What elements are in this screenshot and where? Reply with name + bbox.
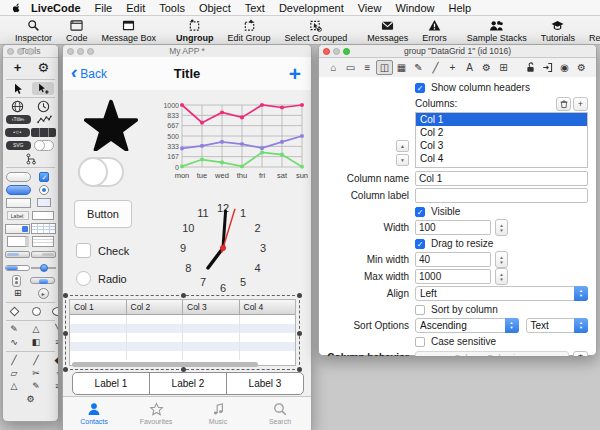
- stepper-tool-icon[interactable]: [6, 274, 28, 287]
- gradient-tool-icon[interactable]: ◆: [47, 354, 58, 367]
- lock-open-icon[interactable]: [522, 60, 539, 75]
- grid-column-header-col-3[interactable]: Col 3: [183, 300, 240, 314]
- tab-music[interactable]: Music: [187, 397, 249, 430]
- magic-wand-icon[interactable]: ╱: [427, 60, 444, 75]
- menu-edit[interactable]: Edit: [126, 2, 145, 14]
- drag-to-resize-checkbox[interactable]: ✓: [415, 239, 425, 249]
- grid-cell[interactable]: [70, 333, 127, 342]
- column-name-input[interactable]: [415, 171, 588, 186]
- datagrid-control[interactable]: Col 1Col 2Col 3Col 4: [69, 299, 296, 366]
- list-properties-icon[interactable]: ≡: [359, 60, 376, 75]
- columns-list-item-col-1[interactable]: Col 1: [416, 113, 587, 126]
- svg-icon-widget-icon[interactable]: SVG: [6, 139, 31, 152]
- edit-pointer-tool-icon[interactable]: [32, 82, 54, 95]
- home-icon[interactable]: ⌂: [325, 60, 342, 75]
- grid-cell[interactable]: [240, 324, 296, 333]
- min-width-stepper[interactable]: ▲▼: [495, 251, 508, 268]
- grid-cell[interactable]: [240, 342, 296, 351]
- add-button[interactable]: +: [289, 65, 301, 83]
- send-back-icon[interactable]: [539, 60, 556, 75]
- data-properties-icon[interactable]: ▦: [393, 60, 410, 75]
- selection-handle[interactable]: [63, 331, 68, 336]
- grid-column-header-col-4[interactable]: Col 4: [240, 300, 296, 314]
- toolbar-inspector-button[interactable]: Inspector: [8, 16, 59, 44]
- toolbar-edit-group-button[interactable]: Edit Group: [221, 16, 278, 44]
- selection-handle[interactable]: [297, 331, 302, 336]
- show-column-headers-checkbox[interactable]: ✓: [415, 83, 425, 93]
- radio-button-tool-icon[interactable]: [33, 183, 55, 196]
- align-dropdown[interactable]: Left ▲▼: [415, 286, 588, 301]
- add-icon[interactable]: +: [444, 60, 461, 75]
- polygon-select-tool-icon[interactable]: ▱: [3, 367, 25, 380]
- menu-livecode[interactable]: LiveCode: [31, 2, 81, 14]
- scrolling-field-tool-icon[interactable]: [7, 235, 29, 248]
- airbrush-tool-icon[interactable]: ╱: [25, 354, 47, 367]
- segment-label-2[interactable]: Label 2: [150, 373, 227, 394]
- toolbar-errors-button[interactable]: Errors: [415, 16, 454, 44]
- toolbar-messages-button[interactable]: Messages: [360, 16, 415, 44]
- position-icon[interactable]: ⊞: [495, 60, 512, 75]
- grid-cell[interactable]: [127, 342, 184, 351]
- switch-button-widget-icon[interactable]: [33, 139, 55, 152]
- menu-development[interactable]: Development: [279, 2, 344, 14]
- draw-pencil-tool-icon[interactable]: ✎: [25, 380, 47, 393]
- selection-handle[interactable]: [181, 293, 186, 298]
- polygon-tool-icon[interactable]: △: [25, 323, 47, 336]
- fill-tool-icon[interactable]: ◧: [25, 336, 47, 349]
- grid-cell[interactable]: [127, 315, 184, 324]
- text-style-icon[interactable]: A: [461, 60, 478, 75]
- grid-field-tool-icon[interactable]: ⊞: [7, 287, 29, 300]
- scissors-tool-icon[interactable]: ✂: [25, 367, 47, 380]
- column-label-input[interactable]: [415, 188, 588, 203]
- columns-list[interactable]: Col 1Col 2Col 3Col 4: [415, 112, 588, 168]
- columns-list-item-col-2[interactable]: Col 2: [416, 126, 587, 139]
- back-button[interactable]: ‹Back: [71, 67, 107, 81]
- switch-knob[interactable]: [78, 157, 108, 187]
- columns-properties-icon[interactable]: ◫: [376, 60, 393, 75]
- grid-cell[interactable]: [183, 315, 240, 324]
- text-entry-tool-icon[interactable]: [32, 209, 54, 222]
- min-width-input[interactable]: [415, 252, 491, 267]
- selection-handle[interactable]: [63, 293, 68, 298]
- scrollbar-thumb[interactable]: [72, 362, 258, 367]
- inspector-window-buttons[interactable]: [323, 48, 353, 55]
- edit-pencil-icon[interactable]: ✎: [410, 60, 427, 75]
- settings-tool-icon[interactable]: ⚙: [20, 393, 42, 406]
- tree-view-widget-icon[interactable]: [20, 152, 42, 165]
- menu-view[interactable]: View: [358, 2, 382, 14]
- grid-column-header-col-1[interactable]: Col 1: [70, 300, 127, 314]
- case-sensitive-checkbox[interactable]: [415, 337, 425, 347]
- player-tool-icon[interactable]: ▸: [32, 287, 54, 300]
- tools-palette-titlebar[interactable]: Tools: [3, 45, 58, 58]
- segmented-control-widget-icon[interactable]: [31, 126, 56, 139]
- grid-cell[interactable]: [183, 351, 240, 360]
- circle-shape-tool-icon[interactable]: [25, 305, 47, 318]
- option-menu-tool-icon[interactable]: [5, 222, 30, 235]
- columns-list-item-col-3[interactable]: Col 3: [416, 139, 587, 152]
- list-field-tool-icon[interactable]: [32, 235, 54, 248]
- diamond-shape-tool-icon[interactable]: [3, 305, 25, 318]
- regular-polygon-tool-icon[interactable]: △: [3, 380, 25, 393]
- line-graph-widget[interactable]: 01673335006678331000montuewedthufrisatsu…: [158, 99, 308, 194]
- oval-shape-tool-icon[interactable]: [47, 305, 58, 318]
- tab-search[interactable]: Search: [249, 397, 311, 430]
- grid-cell[interactable]: [127, 324, 184, 333]
- toolbar-resources-button[interactable]: Resources: [582, 16, 600, 44]
- toolbar-sample-stacks-button[interactable]: Sample Stacks: [460, 16, 534, 44]
- sort-type-dropdown[interactable]: Text ▲▼: [526, 318, 589, 333]
- grid-column-header-col-2[interactable]: Col 2: [127, 300, 184, 314]
- mini-field-tool-icon[interactable]: [33, 196, 55, 209]
- pencil-tool-icon[interactable]: ✎: [3, 323, 25, 336]
- delete-column-button[interactable]: [556, 97, 571, 111]
- segment-label-3[interactable]: Label 3: [227, 373, 303, 394]
- radio-circle[interactable]: [76, 271, 91, 286]
- grid-row[interactable]: [70, 324, 295, 333]
- grid-cell[interactable]: [183, 333, 240, 342]
- rectangle-button-tool-icon[interactable]: [6, 196, 31, 209]
- width-input[interactable]: [415, 220, 491, 235]
- app-radio-button[interactable]: Radio: [76, 271, 127, 286]
- select-rect-tool-icon[interactable]: ▫: [47, 367, 58, 380]
- grid-row[interactable]: [70, 315, 295, 324]
- move-column-down-button[interactable]: ▼: [396, 154, 409, 166]
- width-stepper[interactable]: ▲▼: [495, 219, 508, 236]
